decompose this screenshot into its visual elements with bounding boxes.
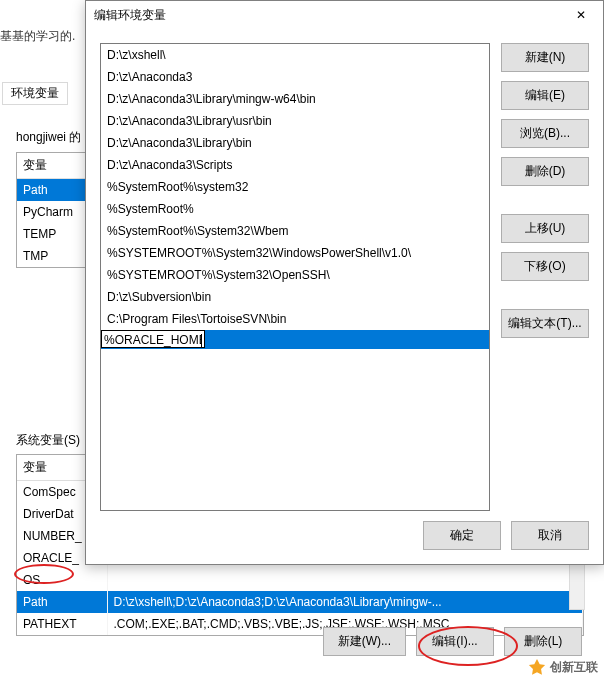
path-item-editing[interactable] [101,330,489,349]
path-edit-input[interactable] [104,332,201,348]
edit-button[interactable]: 编辑(I)... [416,627,494,656]
path-item[interactable]: %SystemRoot% [101,198,489,220]
watermark-logo: 创新互联 [528,658,598,676]
sys-var-row[interactable]: PathD:\z\xshell\;D:\z\Anaconda3;D:\z\Ana… [17,591,583,613]
logo-icon [528,658,546,676]
path-item[interactable]: D:\z\Anaconda3\Library\bin [101,132,489,154]
dialog-titlebar[interactable]: 编辑环境变量 ✕ [86,1,603,29]
path-item[interactable]: D:\z\Subversion\bin [101,286,489,308]
path-item[interactable]: D:\z\xshell\ [101,44,489,66]
tab-env-vars[interactable]: 环境变量 [2,82,68,105]
path-item[interactable]: C:\Program Files\TortoiseSVN\bin [101,308,489,330]
path-item[interactable]: D:\z\Anaconda3 [101,66,489,88]
edit-env-dialog: 编辑环境变量 ✕ D:\z\xshell\D:\z\Anaconda3D:\z\… [85,0,604,565]
cancel-button[interactable]: 取消 [511,521,589,550]
dialog-title: 编辑环境变量 [94,7,559,24]
close-icon: ✕ [576,8,586,22]
new-button[interactable]: 新建(W)... [323,627,406,656]
user-vars-header: 变量 [17,153,85,179]
dlg-delete-button[interactable]: 删除(D) [501,157,589,186]
path-item[interactable]: %SystemRoot%\System32\Wbem [101,220,489,242]
partial-title: 基基的学习的. [0,28,75,45]
path-item[interactable]: D:\z\Anaconda3\Library\usr\bin [101,110,489,132]
user-vars-table[interactable]: 变量 Path PyCharm TEMP TMP [16,152,86,268]
path-listbox[interactable]: D:\z\xshell\D:\z\Anaconda3D:\z\Anaconda3… [100,43,490,511]
user-vars-title: hongjiwei 的 [16,129,81,146]
path-item[interactable]: %SystemRoot%\system32 [101,176,489,198]
delete-button[interactable]: 删除(L) [504,627,582,656]
path-item[interactable]: %SYSTEMROOT%\System32\OpenSSH\ [101,264,489,286]
ok-button[interactable]: 确定 [423,521,501,550]
close-button[interactable]: ✕ [559,1,603,29]
dlg-new-button[interactable]: 新建(N) [501,43,589,72]
user-var-row[interactable]: TMP [17,245,85,267]
dlg-edittext-button[interactable]: 编辑文本(T)... [501,309,589,338]
dlg-browse-button[interactable]: 浏览(B)... [501,119,589,148]
system-vars-title: 系统变量(S) [16,432,80,449]
dlg-moveup-button[interactable]: 上移(U) [501,214,589,243]
path-item[interactable]: D:\z\Anaconda3\Scripts [101,154,489,176]
dlg-movedown-button[interactable]: 下移(O) [501,252,589,281]
dlg-edit-button[interactable]: 编辑(E) [501,81,589,110]
sys-var-row[interactable]: OS [17,569,583,591]
user-var-row[interactable]: TEMP [17,223,85,245]
logo-text: 创新互联 [550,659,598,676]
path-item[interactable]: %SYSTEMROOT%\System32\WindowsPowerShell\… [101,242,489,264]
user-var-row[interactable]: Path [17,179,85,201]
path-item[interactable]: D:\z\Anaconda3\Library\mingw-w64\bin [101,88,489,110]
user-var-row[interactable]: PyCharm [17,201,85,223]
